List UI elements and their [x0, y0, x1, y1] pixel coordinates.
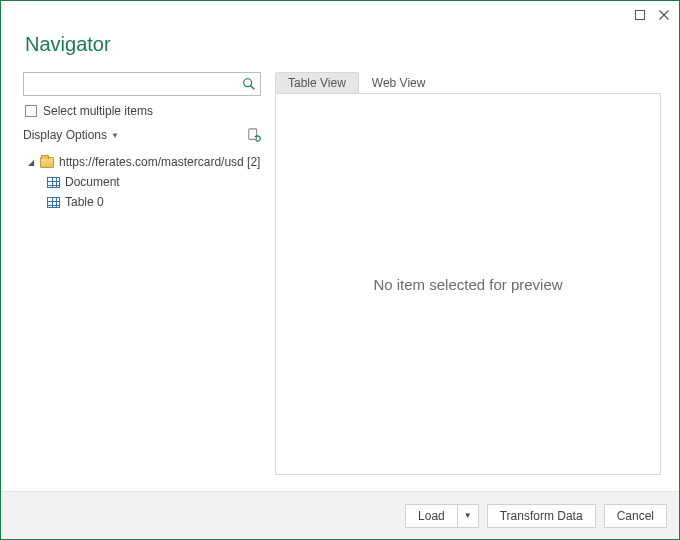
- search-input[interactable]: [30, 76, 242, 92]
- folder-icon: [40, 157, 54, 168]
- load-button[interactable]: Load: [405, 504, 457, 528]
- multi-select-label: Select multiple items: [43, 104, 153, 118]
- search-box[interactable]: [23, 72, 261, 96]
- dialog-title: Navigator: [25, 33, 659, 56]
- display-options-button[interactable]: Display Options ▼: [23, 128, 119, 142]
- navigator-pane: Select multiple items Display Options ▼ …: [23, 72, 261, 475]
- tree-item-label: Table 0: [65, 195, 104, 209]
- chevron-down-icon: ▼: [111, 131, 119, 140]
- tab-table-view[interactable]: Table View: [275, 72, 359, 94]
- tree-item-table0[interactable]: Table 0: [23, 192, 261, 212]
- table-icon: [47, 197, 60, 208]
- cancel-button[interactable]: Cancel: [604, 504, 667, 528]
- close-icon[interactable]: [659, 10, 669, 20]
- tree-item-document[interactable]: Document: [23, 172, 261, 192]
- preview-tabs: Table View Web View: [275, 72, 661, 94]
- preview-empty-text: No item selected for preview: [373, 276, 562, 293]
- dialog-header: Navigator: [1, 29, 679, 66]
- tree-item-label: Document: [65, 175, 120, 189]
- svg-rect-3: [249, 129, 257, 140]
- tab-web-view[interactable]: Web View: [359, 72, 439, 94]
- transform-data-button[interactable]: Transform Data: [487, 504, 596, 528]
- svg-point-1: [244, 79, 252, 87]
- load-split-button: Load ▼: [405, 504, 479, 528]
- load-dropdown-button[interactable]: ▼: [457, 504, 479, 528]
- window-titlebar: [1, 1, 679, 29]
- display-options-label: Display Options: [23, 128, 107, 142]
- preview-area: No item selected for preview: [275, 93, 661, 475]
- search-icon[interactable]: [242, 77, 256, 91]
- tree-root[interactable]: ◢ https://ferates.com/mastercard/usd [2]: [23, 152, 261, 172]
- tree-root-label: https://ferates.com/mastercard/usd [2]: [59, 155, 260, 169]
- multi-select-option[interactable]: Select multiple items: [23, 96, 261, 124]
- collapse-icon[interactable]: ◢: [27, 158, 35, 167]
- preview-pane: Table View Web View No item selected for…: [275, 72, 661, 475]
- source-tree: ◢ https://ferates.com/mastercard/usd [2]…: [23, 148, 261, 212]
- refresh-icon[interactable]: [247, 128, 261, 142]
- dialog-footer: Load ▼ Transform Data Cancel: [1, 491, 679, 539]
- maximize-icon[interactable]: [635, 10, 645, 20]
- table-icon: [47, 177, 60, 188]
- content-area: Select multiple items Display Options ▼ …: [1, 66, 679, 475]
- svg-line-2: [251, 86, 255, 90]
- display-options-row: Display Options ▼: [23, 124, 261, 148]
- checkbox-icon[interactable]: [25, 105, 37, 117]
- svg-rect-0: [636, 11, 645, 20]
